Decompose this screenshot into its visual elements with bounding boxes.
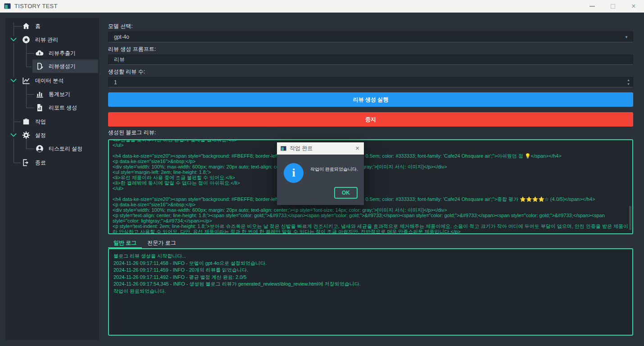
title-bar: TISTORY TEST ×: [0, 0, 644, 13]
exit-icon: [22, 158, 31, 167]
model-select-value: gpt-4o: [114, 34, 129, 40]
dialog-title: 작업 완료: [290, 145, 313, 152]
log-tabbar: 일반 로그 전문가 로그: [108, 238, 181, 248]
model-select-label: 모델 선택:: [108, 23, 133, 30]
prompt-label: 리뷰 생성 프롬프트:: [108, 46, 156, 53]
gear-icon: [22, 131, 31, 140]
task-complete-dialog: 작업 완료 × i 작업이 완료되었습니다. OK: [277, 142, 364, 205]
run-review-generation-button[interactable]: 리뷰 생성 실행: [108, 92, 633, 107]
chevron-down-icon[interactable]: ▼: [625, 35, 628, 39]
prompt-input[interactable]: 리뷰: [108, 55, 633, 65]
home-icon: [22, 22, 31, 31]
tab-general-log[interactable]: 일반 로그: [108, 238, 142, 248]
bar-chart-icon: [35, 90, 44, 99]
sidebar-item-exit[interactable]: 종료: [22, 156, 46, 169]
model-select-dropdown[interactable]: gpt-4o ▼: [108, 32, 633, 42]
tree-tick: [26, 67, 32, 67]
sidebar-item-report[interactable]: 리포트 생성: [35, 101, 77, 114]
log-content: 블로그 리뷰 생성을 시작합니다... 2024-11-26 09:17:11,…: [109, 249, 632, 298]
app-icon: [4, 3, 11, 9]
sidebar-item-settings[interactable]: 설정: [22, 128, 46, 142]
close-button[interactable]: ×: [623, 0, 644, 13]
user-circle-icon: [35, 144, 44, 153]
document-edit-icon: [35, 62, 44, 71]
tree-tick: [26, 94, 34, 95]
tree-tick: [14, 163, 21, 163]
sidebar-item-statistics[interactable]: 통계보기: [35, 87, 70, 101]
sidebar-item-label: 종료: [35, 159, 46, 167]
sidebar-item-tistory-settings[interactable]: 티스토리 설정: [35, 142, 82, 155]
generated-review-label: 생성된 블로그 리뷰:: [108, 129, 156, 137]
spin-up-icon[interactable]: ▲: [627, 78, 630, 82]
sidebar-item-label: 설정: [35, 132, 46, 139]
info-icon: i: [284, 163, 304, 183]
tree-tick: [26, 53, 34, 54]
spin-down-icon[interactable]: ▼: [627, 82, 630, 86]
ok-button[interactable]: OK: [334, 187, 358, 199]
tree-tick: [14, 26, 23, 27]
stop-button[interactable]: 중지: [108, 112, 633, 127]
line-chart-icon: [22, 76, 31, 85]
chevron-down-icon[interactable]: [9, 36, 18, 43]
generated-review-content: <li>신발을 꽂아두기만 하면 손쉽게 냄새를 없애줘요.</li> </ul…: [109, 139, 632, 234]
maximize-icon: [611, 4, 615, 9]
sidebar-item-review-extractor[interactable]: 리뷰추출기: [35, 46, 76, 60]
dialog-app-icon: [281, 146, 286, 151]
dialog-title-bar: 작업 완료 ×: [277, 142, 364, 155]
minimize-icon: [590, 6, 595, 7]
maximize-button[interactable]: [603, 0, 623, 13]
review-scrollbar-thumb[interactable]: [629, 206, 631, 230]
tab-expert-log[interactable]: 전문가 로그: [142, 238, 181, 248]
review-count-value: 1: [114, 79, 117, 86]
prompt-value: 리뷰: [114, 56, 125, 64]
tree-tick: [26, 149, 34, 149]
generated-review-textarea[interactable]: <li>신발을 꽂아두기만 하면 손쉽게 냄새를 없애줘요.</li> </ul…: [108, 139, 633, 234]
briefcase-icon: [22, 117, 31, 126]
sidebar-item-label: 리포트 생성: [49, 104, 77, 112]
tree-tick: [26, 108, 34, 108]
app-window: TISTORY TEST ×: [0, 0, 644, 346]
dialog-message: 작업이 완료되었습니다.: [310, 166, 358, 173]
dialog-close-icon[interactable]: ×: [355, 144, 359, 152]
minimize-button[interactable]: [582, 0, 603, 13]
sidebar-item-label: 티스토리 설정: [49, 145, 82, 153]
sidebar-item-label: 리뷰생성기: [49, 63, 76, 70]
sidebar-item-tasks[interactable]: 작업: [22, 115, 46, 128]
sidebar-item-label: 데이터 분석: [35, 77, 63, 85]
tree-tick: [14, 122, 21, 122]
log-textarea[interactable]: 블로그 리뷰 생성을 시작합니다... 2024-11-26 09:17:11,…: [108, 248, 633, 336]
sidebar-item-data-analysis[interactable]: 데이터 분석: [22, 74, 63, 87]
review-count-stepper[interactable]: 1 ▲ ▼: [108, 77, 633, 87]
cloud-download-icon: [35, 49, 44, 58]
tree-rail: [14, 23, 14, 163]
sidebar-item-label: 리뷰추출기: [49, 50, 76, 57]
chevron-down-icon[interactable]: [9, 77, 18, 84]
sidebar-item-label: 리뷰 관리: [35, 36, 58, 44]
sidebar-item-review-generator[interactable]: 리뷰생성기: [32, 59, 98, 73]
sidebar: 홈 리뷰 관리 리뷰추출기 리뷰생성기 데이터 분석 통계보기 리포트 생성: [5, 18, 99, 340]
sidebar-item-review-management[interactable]: 리뷰 관리: [22, 33, 58, 46]
window-title: TISTORY TEST: [14, 3, 58, 9]
close-icon: ×: [631, 3, 635, 10]
sidebar-item-label: 홈: [35, 23, 41, 30]
sidebar-item-home[interactable]: 홈: [22, 19, 41, 33]
star-circle-icon: [22, 35, 31, 44]
report-file-icon: [35, 103, 44, 112]
chevron-down-icon[interactable]: [9, 132, 18, 138]
sidebar-item-label: 통계보기: [49, 91, 70, 98]
sidebar-item-label: 작업: [35, 118, 46, 126]
review-count-label: 생성할 리뷰 수:: [108, 68, 145, 76]
